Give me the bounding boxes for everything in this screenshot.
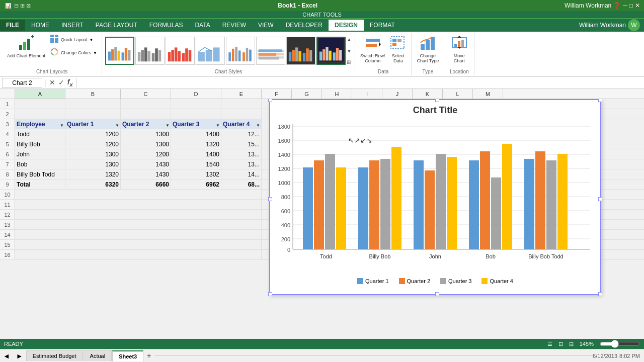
cell-c4[interactable]: 1300 bbox=[121, 129, 171, 139]
cell-b4[interactable]: 1200 bbox=[65, 129, 121, 139]
change-chart-type-button[interactable]: ChangeChart Type bbox=[415, 34, 441, 64]
cell-e4[interactable]: 12... bbox=[221, 129, 262, 139]
row-num-14[interactable]: 14 bbox=[0, 230, 15, 239]
cell-b7[interactable]: 1300 bbox=[65, 159, 121, 169]
status-view-break[interactable]: ⊟ bbox=[569, 341, 574, 347]
switch-row-col-button[interactable]: Switch Row/Column bbox=[358, 34, 387, 64]
tab-home[interactable]: HOME bbox=[25, 20, 55, 31]
row-num-4[interactable]: 4 bbox=[0, 129, 15, 139]
tab-design[interactable]: DESIGN bbox=[329, 20, 364, 31]
row-num-6[interactable]: 6 bbox=[0, 149, 15, 159]
chart-style-7[interactable] bbox=[286, 37, 315, 65]
scroll-tabs-left[interactable]: ◄ bbox=[0, 351, 13, 361]
cell-a12[interactable] bbox=[15, 210, 262, 219]
cell-e8[interactable]: 14... bbox=[221, 169, 262, 179]
gallery-up[interactable]: ▲ bbox=[347, 37, 352, 42]
select-data-button[interactable]: SelectData bbox=[388, 34, 408, 64]
col-header-m[interactable]: M bbox=[473, 89, 503, 99]
col-header-b[interactable]: B bbox=[65, 89, 121, 99]
row-num-9[interactable]: 9 bbox=[0, 179, 15, 189]
cell-d3[interactable]: Quarter 3 bbox=[171, 119, 221, 129]
col-header-g[interactable]: G bbox=[292, 89, 322, 99]
row-num-16[interactable]: 16 bbox=[0, 250, 15, 259]
cell-a13[interactable] bbox=[15, 220, 262, 229]
status-view-normal[interactable]: ☰ bbox=[547, 341, 552, 347]
cell-c1[interactable] bbox=[121, 99, 171, 109]
tab-data[interactable]: DATA bbox=[189, 20, 216, 31]
quick-layout-button[interactable]: Quick Layout ▼ bbox=[48, 34, 99, 46]
sheet-tab-sheet3[interactable]: Sheet3 bbox=[112, 350, 143, 361]
cell-e9[interactable]: 68... bbox=[221, 179, 262, 189]
formula-input[interactable] bbox=[76, 78, 642, 88]
cell-a9[interactable]: Total bbox=[15, 179, 65, 189]
cell-d1[interactable] bbox=[171, 99, 221, 109]
resize-handle-t[interactable] bbox=[435, 99, 439, 102]
row-num-7[interactable]: 7 bbox=[0, 159, 15, 169]
chart-style-5[interactable] bbox=[226, 37, 255, 65]
cell-a3[interactable]: Employee bbox=[15, 119, 65, 129]
col-header-i[interactable]: I bbox=[352, 89, 382, 99]
cell-b8[interactable]: 1320 bbox=[65, 169, 121, 179]
cell-b6[interactable]: 1300 bbox=[65, 149, 121, 159]
chart-style-2[interactable] bbox=[135, 37, 165, 65]
scroll-tabs-right[interactable]: ► bbox=[13, 351, 26, 361]
col-header-d[interactable]: D bbox=[171, 89, 221, 99]
col-header-a[interactable]: A bbox=[15, 89, 65, 99]
row-num-5[interactable]: 5 bbox=[0, 139, 15, 149]
row-num-1[interactable]: 1 bbox=[0, 99, 15, 109]
cell-d6[interactable]: 1400 bbox=[171, 149, 221, 159]
gallery-expand[interactable]: ⊞ bbox=[347, 59, 352, 65]
cell-a7[interactable]: Bob bbox=[15, 159, 65, 169]
resize-handle-l[interactable] bbox=[268, 197, 272, 201]
cell-a2[interactable] bbox=[15, 109, 65, 119]
help-icon[interactable]: ❓ bbox=[613, 2, 621, 9]
window-maximize[interactable]: □ bbox=[629, 2, 633, 9]
cell-b2[interactable] bbox=[65, 109, 121, 119]
col-header-c[interactable]: C bbox=[121, 89, 171, 99]
cell-e7[interactable]: 13... bbox=[221, 159, 262, 169]
gallery-down[interactable]: ▼ bbox=[347, 48, 352, 54]
tab-developer[interactable]: DEVELOPER bbox=[280, 20, 329, 31]
cell-a15[interactable] bbox=[15, 240, 262, 249]
cell-c8[interactable]: 1430 bbox=[121, 169, 171, 179]
cell-c3[interactable]: Quarter 2 bbox=[121, 119, 171, 129]
cell-d2[interactable] bbox=[171, 109, 221, 119]
tab-page-layout[interactable]: PAGE LAYOUT bbox=[90, 20, 143, 31]
tab-view[interactable]: VIEW bbox=[252, 20, 280, 31]
row-num-10[interactable]: 10 bbox=[0, 190, 15, 199]
col-header-f[interactable]: F bbox=[262, 89, 292, 99]
resize-handle-bl[interactable] bbox=[268, 292, 272, 296]
cell-e3[interactable]: Quarter 4 bbox=[221, 119, 262, 129]
name-box[interactable]: Chart 2 bbox=[2, 78, 42, 88]
cell-a10[interactable] bbox=[15, 190, 262, 199]
chart-style-6[interactable] bbox=[256, 37, 285, 65]
cell-a6[interactable]: John bbox=[15, 149, 65, 159]
zoom-slider[interactable] bbox=[600, 341, 640, 347]
cell-b9[interactable]: 6320 bbox=[65, 179, 121, 189]
move-chart-button[interactable]: MoveChart bbox=[449, 34, 469, 64]
add-chart-element-button[interactable]: Add Chart Element bbox=[5, 34, 47, 59]
tab-file[interactable]: FILE bbox=[0, 20, 25, 31]
resize-handle-r[interactable] bbox=[598, 197, 602, 201]
cell-c7[interactable]: 1430 bbox=[121, 159, 171, 169]
cell-e1[interactable] bbox=[221, 99, 262, 109]
row-num-11[interactable]: 11 bbox=[0, 200, 15, 209]
cell-a4[interactable]: Todd bbox=[15, 129, 65, 139]
tab-formulas[interactable]: FORMULAS bbox=[143, 20, 189, 31]
cancel-formula-button[interactable]: ✕ bbox=[48, 78, 56, 86]
cell-d9[interactable]: 6962 bbox=[171, 179, 221, 189]
cell-c9[interactable]: 6660 bbox=[121, 179, 171, 189]
resize-handle-tl[interactable] bbox=[268, 99, 272, 102]
cell-b1[interactable] bbox=[65, 99, 121, 109]
cell-a11[interactable] bbox=[15, 200, 262, 209]
col-header-l[interactable]: L bbox=[443, 89, 473, 99]
chart-style-1[interactable] bbox=[105, 37, 134, 65]
row-num-13[interactable]: 13 bbox=[0, 220, 15, 229]
col-header-k[interactable]: K bbox=[413, 89, 443, 99]
row-num-3[interactable]: 3 bbox=[0, 119, 15, 129]
cell-b3[interactable]: Quarter 1 bbox=[65, 119, 121, 129]
confirm-formula-button[interactable]: ✓ bbox=[57, 78, 65, 86]
tab-format[interactable]: FORMAT bbox=[364, 20, 401, 31]
chart-style-4[interactable] bbox=[196, 37, 225, 65]
resize-handle-tr[interactable] bbox=[598, 99, 602, 102]
